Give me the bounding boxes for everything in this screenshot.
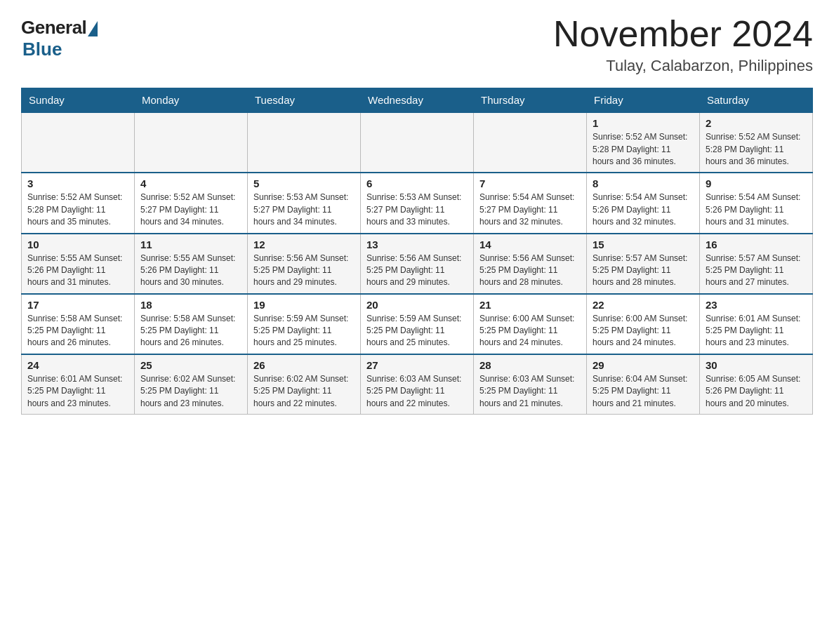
- table-row: 23Sunrise: 6:01 AM Sunset: 5:25 PM Dayli…: [700, 294, 813, 354]
- day-number: 26: [253, 359, 355, 371]
- day-number: 13: [366, 239, 468, 250]
- day-number: 5: [253, 177, 355, 189]
- day-number: 20: [366, 299, 468, 311]
- table-row: [22, 112, 135, 173]
- day-info: Sunrise: 6:01 AM Sunset: 5:25 PM Dayligh…: [27, 373, 128, 410]
- day-info: Sunrise: 5:54 AM Sunset: 5:26 PM Dayligh…: [706, 192, 807, 228]
- table-row: 8Sunrise: 5:54 AM Sunset: 5:26 PM Daylig…: [587, 173, 700, 233]
- table-row: 30Sunrise: 6:05 AM Sunset: 5:26 PM Dayli…: [700, 354, 813, 415]
- day-number: 19: [253, 299, 355, 311]
- day-info: Sunrise: 6:02 AM Sunset: 5:25 PM Dayligh…: [140, 373, 241, 410]
- day-info: Sunrise: 5:56 AM Sunset: 5:25 PM Dayligh…: [479, 253, 581, 289]
- day-number: 22: [593, 299, 694, 311]
- day-number: 12: [253, 239, 355, 250]
- calendar-week-row: 17Sunrise: 5:58 AM Sunset: 5:25 PM Dayli…: [22, 294, 813, 354]
- calendar-table: Sunday Monday Tuesday Wednesday Thursday…: [21, 88, 813, 415]
- logo-blue-text: Blue: [22, 39, 62, 60]
- day-info: Sunrise: 6:03 AM Sunset: 5:25 PM Dayligh…: [479, 373, 581, 410]
- table-row: 7Sunrise: 5:54 AM Sunset: 5:27 PM Daylig…: [474, 173, 587, 233]
- day-number: 15: [593, 239, 694, 250]
- day-number: 21: [479, 299, 581, 311]
- table-row: 27Sunrise: 6:03 AM Sunset: 5:25 PM Dayli…: [361, 354, 474, 415]
- table-row: 19Sunrise: 5:59 AM Sunset: 5:25 PM Dayli…: [248, 294, 361, 354]
- table-row: 13Sunrise: 5:56 AM Sunset: 5:25 PM Dayli…: [361, 234, 474, 294]
- day-info: Sunrise: 5:52 AM Sunset: 5:28 PM Dayligh…: [706, 131, 807, 168]
- day-info: Sunrise: 5:56 AM Sunset: 5:25 PM Dayligh…: [366, 253, 468, 289]
- col-sunday: Sunday: [22, 88, 135, 113]
- table-row: 12Sunrise: 5:56 AM Sunset: 5:25 PM Dayli…: [248, 234, 361, 294]
- calendar-week-row: 1Sunrise: 5:52 AM Sunset: 5:28 PM Daylig…: [22, 112, 813, 173]
- day-info: Sunrise: 6:03 AM Sunset: 5:25 PM Dayligh…: [366, 373, 468, 410]
- day-number: 4: [140, 177, 241, 189]
- table-row: 18Sunrise: 5:58 AM Sunset: 5:25 PM Dayli…: [135, 294, 248, 354]
- day-info: Sunrise: 5:54 AM Sunset: 5:26 PM Dayligh…: [593, 192, 694, 228]
- table-row: 6Sunrise: 5:53 AM Sunset: 5:27 PM Daylig…: [361, 173, 474, 233]
- day-number: 14: [479, 239, 581, 250]
- page-title: November 2024: [553, 14, 813, 54]
- day-info: Sunrise: 6:00 AM Sunset: 5:25 PM Dayligh…: [593, 313, 694, 349]
- day-info: Sunrise: 5:58 AM Sunset: 5:25 PM Dayligh…: [27, 313, 128, 349]
- day-number: 10: [27, 239, 128, 250]
- table-row: 9Sunrise: 5:54 AM Sunset: 5:26 PM Daylig…: [700, 173, 813, 233]
- day-info: Sunrise: 5:59 AM Sunset: 5:25 PM Dayligh…: [366, 313, 468, 349]
- day-info: Sunrise: 5:53 AM Sunset: 5:27 PM Dayligh…: [253, 192, 355, 228]
- table-row: 26Sunrise: 6:02 AM Sunset: 5:25 PM Dayli…: [248, 354, 361, 415]
- day-info: Sunrise: 5:52 AM Sunset: 5:28 PM Dayligh…: [27, 192, 128, 228]
- logo-triangle-icon: [88, 21, 98, 36]
- day-info: Sunrise: 6:01 AM Sunset: 5:25 PM Dayligh…: [706, 313, 807, 349]
- col-tuesday: Tuesday: [248, 88, 361, 113]
- day-number: 3: [27, 177, 128, 189]
- day-number: 2: [706, 117, 807, 129]
- calendar-header-row: Sunday Monday Tuesday Wednesday Thursday…: [22, 88, 813, 113]
- table-row: 3Sunrise: 5:52 AM Sunset: 5:28 PM Daylig…: [22, 173, 135, 233]
- calendar-week-row: 24Sunrise: 6:01 AM Sunset: 5:25 PM Dayli…: [22, 354, 813, 415]
- table-row: 20Sunrise: 5:59 AM Sunset: 5:25 PM Dayli…: [361, 294, 474, 354]
- table-row: 24Sunrise: 6:01 AM Sunset: 5:25 PM Dayli…: [22, 354, 135, 415]
- day-number: 18: [140, 299, 241, 311]
- day-number: 7: [479, 177, 581, 189]
- table-row: 1Sunrise: 5:52 AM Sunset: 5:28 PM Daylig…: [587, 112, 700, 173]
- day-info: Sunrise: 6:04 AM Sunset: 5:25 PM Dayligh…: [593, 373, 694, 410]
- day-number: 30: [706, 359, 807, 371]
- day-number: 23: [706, 299, 807, 311]
- day-number: 8: [593, 177, 694, 189]
- title-block: November 2024 Tulay, Calabarzon, Philipp…: [553, 14, 813, 75]
- day-info: Sunrise: 5:52 AM Sunset: 5:28 PM Dayligh…: [593, 131, 694, 168]
- table-row: 15Sunrise: 5:57 AM Sunset: 5:25 PM Dayli…: [587, 234, 700, 294]
- table-row: 17Sunrise: 5:58 AM Sunset: 5:25 PM Dayli…: [22, 294, 135, 354]
- table-row: [248, 112, 361, 173]
- table-row: 22Sunrise: 6:00 AM Sunset: 5:25 PM Dayli…: [587, 294, 700, 354]
- table-row: 5Sunrise: 5:53 AM Sunset: 5:27 PM Daylig…: [248, 173, 361, 233]
- day-info: Sunrise: 6:00 AM Sunset: 5:25 PM Dayligh…: [479, 313, 581, 349]
- day-number: 25: [140, 359, 241, 371]
- day-number: 16: [706, 239, 807, 250]
- day-info: Sunrise: 5:54 AM Sunset: 5:27 PM Dayligh…: [479, 192, 581, 228]
- col-thursday: Thursday: [474, 88, 587, 113]
- col-friday: Friday: [587, 88, 700, 113]
- table-row: [474, 112, 587, 173]
- day-info: Sunrise: 5:52 AM Sunset: 5:27 PM Dayligh…: [140, 192, 241, 228]
- day-number: 29: [593, 359, 694, 371]
- table-row: 25Sunrise: 6:02 AM Sunset: 5:25 PM Dayli…: [135, 354, 248, 415]
- table-row: 29Sunrise: 6:04 AM Sunset: 5:25 PM Dayli…: [587, 354, 700, 415]
- day-number: 17: [27, 299, 128, 311]
- page-header: General Blue November 2024 Tulay, Calaba…: [21, 14, 813, 75]
- logo: General Blue: [21, 14, 98, 60]
- day-info: Sunrise: 5:57 AM Sunset: 5:25 PM Dayligh…: [706, 253, 807, 289]
- day-number: 6: [366, 177, 468, 189]
- day-info: Sunrise: 5:57 AM Sunset: 5:25 PM Dayligh…: [593, 253, 694, 289]
- col-saturday: Saturday: [700, 88, 813, 113]
- table-row: 10Sunrise: 5:55 AM Sunset: 5:26 PM Dayli…: [22, 234, 135, 294]
- page-subtitle: Tulay, Calabarzon, Philippines: [553, 57, 813, 75]
- day-number: 1: [593, 117, 694, 129]
- calendar-week-row: 10Sunrise: 5:55 AM Sunset: 5:26 PM Dayli…: [22, 234, 813, 294]
- table-row: 2Sunrise: 5:52 AM Sunset: 5:28 PM Daylig…: [700, 112, 813, 173]
- table-row: 16Sunrise: 5:57 AM Sunset: 5:25 PM Dayli…: [700, 234, 813, 294]
- table-row: 11Sunrise: 5:55 AM Sunset: 5:26 PM Dayli…: [135, 234, 248, 294]
- day-number: 28: [479, 359, 581, 371]
- day-info: Sunrise: 6:05 AM Sunset: 5:26 PM Dayligh…: [706, 373, 807, 410]
- day-number: 9: [706, 177, 807, 189]
- day-info: Sunrise: 6:02 AM Sunset: 5:25 PM Dayligh…: [253, 373, 355, 410]
- table-row: 28Sunrise: 6:03 AM Sunset: 5:25 PM Dayli…: [474, 354, 587, 415]
- day-number: 24: [27, 359, 128, 371]
